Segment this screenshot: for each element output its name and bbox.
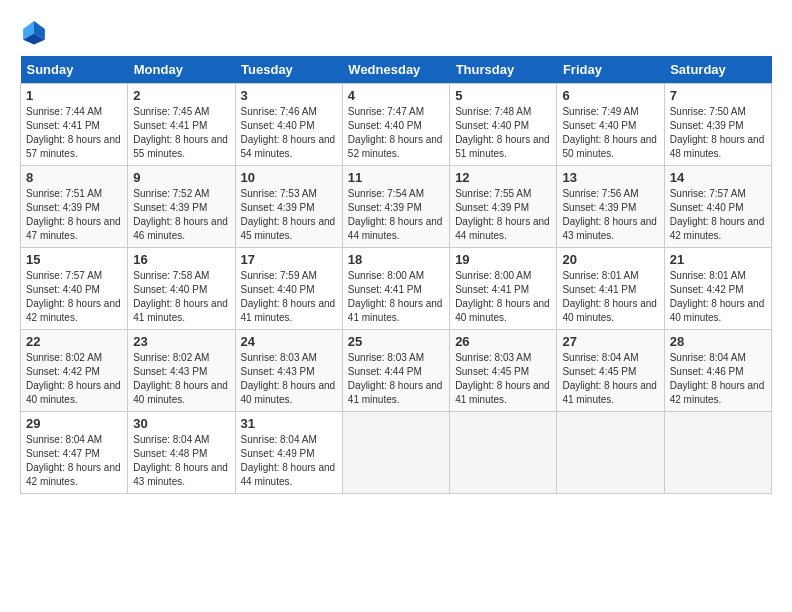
calendar-cell: 18 Sunrise: 8:00 AM Sunset: 4:41 PM Dayl… xyxy=(342,248,449,330)
day-number: 7 xyxy=(670,88,766,103)
day-number: 10 xyxy=(241,170,337,185)
weekday-header-sunday: Sunday xyxy=(21,56,128,84)
calendar-cell: 16 Sunrise: 7:58 AM Sunset: 4:40 PM Dayl… xyxy=(128,248,235,330)
weekday-header-wednesday: Wednesday xyxy=(342,56,449,84)
day-info: Sunrise: 8:01 AM Sunset: 4:42 PM Dayligh… xyxy=(670,269,766,325)
calendar-cell: 8 Sunrise: 7:51 AM Sunset: 4:39 PM Dayli… xyxy=(21,166,128,248)
day-info: Sunrise: 8:03 AM Sunset: 4:44 PM Dayligh… xyxy=(348,351,444,407)
day-number: 1 xyxy=(26,88,122,103)
calendar-week-5: 29 Sunrise: 8:04 AM Sunset: 4:47 PM Dayl… xyxy=(21,412,772,494)
calendar-cell xyxy=(664,412,771,494)
calendar-cell: 1 Sunrise: 7:44 AM Sunset: 4:41 PM Dayli… xyxy=(21,84,128,166)
calendar-cell: 9 Sunrise: 7:52 AM Sunset: 4:39 PM Dayli… xyxy=(128,166,235,248)
day-number: 26 xyxy=(455,334,551,349)
day-info: Sunrise: 8:04 AM Sunset: 4:48 PM Dayligh… xyxy=(133,433,229,489)
calendar-cell: 11 Sunrise: 7:54 AM Sunset: 4:39 PM Dayl… xyxy=(342,166,449,248)
day-number: 23 xyxy=(133,334,229,349)
day-info: Sunrise: 8:04 AM Sunset: 4:49 PM Dayligh… xyxy=(241,433,337,489)
day-number: 5 xyxy=(455,88,551,103)
day-number: 28 xyxy=(670,334,766,349)
main-container: SundayMondayTuesdayWednesdayThursdayFrid… xyxy=(0,0,792,504)
day-info: Sunrise: 7:59 AM Sunset: 4:40 PM Dayligh… xyxy=(241,269,337,325)
calendar-cell: 25 Sunrise: 8:03 AM Sunset: 4:44 PM Dayl… xyxy=(342,330,449,412)
day-number: 15 xyxy=(26,252,122,267)
calendar-cell: 14 Sunrise: 7:57 AM Sunset: 4:40 PM Dayl… xyxy=(664,166,771,248)
calendar-cell: 26 Sunrise: 8:03 AM Sunset: 4:45 PM Dayl… xyxy=(450,330,557,412)
calendar-cell: 17 Sunrise: 7:59 AM Sunset: 4:40 PM Dayl… xyxy=(235,248,342,330)
day-info: Sunrise: 8:02 AM Sunset: 4:43 PM Dayligh… xyxy=(133,351,229,407)
day-number: 31 xyxy=(241,416,337,431)
day-number: 29 xyxy=(26,416,122,431)
day-info: Sunrise: 7:58 AM Sunset: 4:40 PM Dayligh… xyxy=(133,269,229,325)
day-info: Sunrise: 7:51 AM Sunset: 4:39 PM Dayligh… xyxy=(26,187,122,243)
day-number: 11 xyxy=(348,170,444,185)
day-info: Sunrise: 7:50 AM Sunset: 4:39 PM Dayligh… xyxy=(670,105,766,161)
calendar-cell: 13 Sunrise: 7:56 AM Sunset: 4:39 PM Dayl… xyxy=(557,166,664,248)
day-number: 14 xyxy=(670,170,766,185)
day-info: Sunrise: 8:03 AM Sunset: 4:45 PM Dayligh… xyxy=(455,351,551,407)
calendar-cell: 7 Sunrise: 7:50 AM Sunset: 4:39 PM Dayli… xyxy=(664,84,771,166)
day-number: 3 xyxy=(241,88,337,103)
weekday-header-thursday: Thursday xyxy=(450,56,557,84)
day-info: Sunrise: 7:47 AM Sunset: 4:40 PM Dayligh… xyxy=(348,105,444,161)
calendar-cell xyxy=(450,412,557,494)
day-number: 30 xyxy=(133,416,229,431)
day-number: 8 xyxy=(26,170,122,185)
day-number: 17 xyxy=(241,252,337,267)
calendar-cell: 2 Sunrise: 7:45 AM Sunset: 4:41 PM Dayli… xyxy=(128,84,235,166)
calendar-cell: 23 Sunrise: 8:02 AM Sunset: 4:43 PM Dayl… xyxy=(128,330,235,412)
day-info: Sunrise: 8:00 AM Sunset: 4:41 PM Dayligh… xyxy=(348,269,444,325)
day-info: Sunrise: 7:53 AM Sunset: 4:39 PM Dayligh… xyxy=(241,187,337,243)
calendar-header-row: SundayMondayTuesdayWednesdayThursdayFrid… xyxy=(21,56,772,84)
day-number: 24 xyxy=(241,334,337,349)
calendar-cell: 15 Sunrise: 7:57 AM Sunset: 4:40 PM Dayl… xyxy=(21,248,128,330)
calendar-cell: 21 Sunrise: 8:01 AM Sunset: 4:42 PM Dayl… xyxy=(664,248,771,330)
calendar-cell: 27 Sunrise: 8:04 AM Sunset: 4:45 PM Dayl… xyxy=(557,330,664,412)
day-info: Sunrise: 7:57 AM Sunset: 4:40 PM Dayligh… xyxy=(26,269,122,325)
day-number: 2 xyxy=(133,88,229,103)
logo xyxy=(20,18,52,46)
calendar-cell: 4 Sunrise: 7:47 AM Sunset: 4:40 PM Dayli… xyxy=(342,84,449,166)
day-number: 25 xyxy=(348,334,444,349)
day-info: Sunrise: 7:44 AM Sunset: 4:41 PM Dayligh… xyxy=(26,105,122,161)
day-info: Sunrise: 7:48 AM Sunset: 4:40 PM Dayligh… xyxy=(455,105,551,161)
day-info: Sunrise: 8:04 AM Sunset: 4:45 PM Dayligh… xyxy=(562,351,658,407)
day-number: 27 xyxy=(562,334,658,349)
day-number: 22 xyxy=(26,334,122,349)
day-number: 16 xyxy=(133,252,229,267)
day-number: 4 xyxy=(348,88,444,103)
calendar-cell: 31 Sunrise: 8:04 AM Sunset: 4:49 PM Dayl… xyxy=(235,412,342,494)
calendar-cell: 24 Sunrise: 8:03 AM Sunset: 4:43 PM Dayl… xyxy=(235,330,342,412)
calendar-table: SundayMondayTuesdayWednesdayThursdayFrid… xyxy=(20,56,772,494)
day-number: 12 xyxy=(455,170,551,185)
day-info: Sunrise: 8:04 AM Sunset: 4:46 PM Dayligh… xyxy=(670,351,766,407)
day-info: Sunrise: 8:01 AM Sunset: 4:41 PM Dayligh… xyxy=(562,269,658,325)
calendar-cell: 6 Sunrise: 7:49 AM Sunset: 4:40 PM Dayli… xyxy=(557,84,664,166)
calendar-cell: 5 Sunrise: 7:48 AM Sunset: 4:40 PM Dayli… xyxy=(450,84,557,166)
day-number: 21 xyxy=(670,252,766,267)
day-info: Sunrise: 7:52 AM Sunset: 4:39 PM Dayligh… xyxy=(133,187,229,243)
calendar-cell: 20 Sunrise: 8:01 AM Sunset: 4:41 PM Dayl… xyxy=(557,248,664,330)
calendar-week-2: 8 Sunrise: 7:51 AM Sunset: 4:39 PM Dayli… xyxy=(21,166,772,248)
day-info: Sunrise: 7:49 AM Sunset: 4:40 PM Dayligh… xyxy=(562,105,658,161)
calendar-cell: 29 Sunrise: 8:04 AM Sunset: 4:47 PM Dayl… xyxy=(21,412,128,494)
calendar-cell: 10 Sunrise: 7:53 AM Sunset: 4:39 PM Dayl… xyxy=(235,166,342,248)
weekday-header-saturday: Saturday xyxy=(664,56,771,84)
calendar-cell xyxy=(342,412,449,494)
day-info: Sunrise: 8:02 AM Sunset: 4:42 PM Dayligh… xyxy=(26,351,122,407)
day-number: 13 xyxy=(562,170,658,185)
day-number: 9 xyxy=(133,170,229,185)
day-number: 18 xyxy=(348,252,444,267)
day-number: 6 xyxy=(562,88,658,103)
weekday-header-monday: Monday xyxy=(128,56,235,84)
day-number: 20 xyxy=(562,252,658,267)
calendar-cell: 22 Sunrise: 8:02 AM Sunset: 4:42 PM Dayl… xyxy=(21,330,128,412)
day-number: 19 xyxy=(455,252,551,267)
day-info: Sunrise: 8:03 AM Sunset: 4:43 PM Dayligh… xyxy=(241,351,337,407)
calendar-cell: 12 Sunrise: 7:55 AM Sunset: 4:39 PM Dayl… xyxy=(450,166,557,248)
day-info: Sunrise: 7:54 AM Sunset: 4:39 PM Dayligh… xyxy=(348,187,444,243)
logo-icon xyxy=(20,18,48,46)
calendar-week-1: 1 Sunrise: 7:44 AM Sunset: 4:41 PM Dayli… xyxy=(21,84,772,166)
calendar-cell: 3 Sunrise: 7:46 AM Sunset: 4:40 PM Dayli… xyxy=(235,84,342,166)
day-info: Sunrise: 8:00 AM Sunset: 4:41 PM Dayligh… xyxy=(455,269,551,325)
